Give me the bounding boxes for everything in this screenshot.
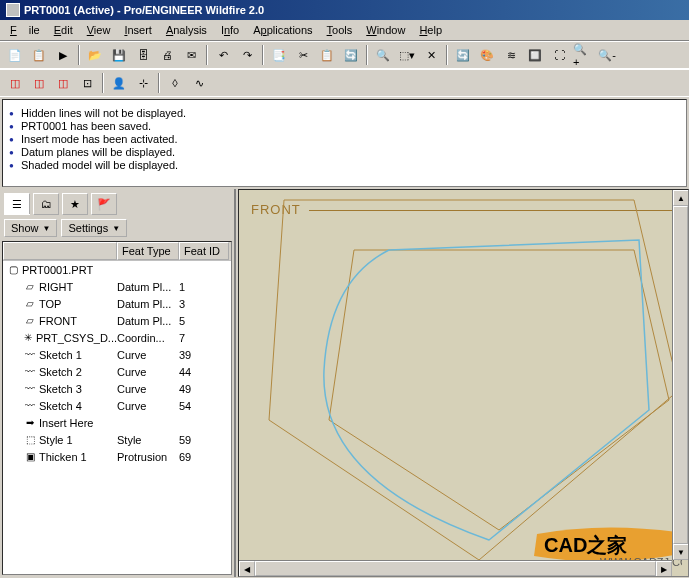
toolbar-main: 📄 📋 ▶ 📂 💾 🗄 🖨 ✉ ↶ ↷ 📑 ✂ 📋 🔄 🔍 ⬚▾ ✕ 🔄 🎨 ≋… [0, 41, 689, 69]
menu-window[interactable]: Window [360, 22, 411, 38]
scroll-thumb-v[interactable] [673, 206, 688, 544]
datum2-icon[interactable]: ◫ [28, 72, 50, 94]
tab-tree-icon[interactable]: ☰ [4, 193, 30, 215]
tab-layers-icon[interactable]: 🗂 [33, 193, 59, 215]
view-mgr-icon[interactable]: 🔲 [524, 44, 546, 66]
datum4-icon[interactable]: ⊡ [76, 72, 98, 94]
layers-icon[interactable]: ≋ [500, 44, 522, 66]
separator [446, 45, 448, 65]
zoom-out-icon[interactable]: 🔍- [596, 44, 618, 66]
tree-header: Feat Type Feat ID [3, 242, 231, 261]
feature-name: Thicken 1 [39, 451, 87, 463]
model-tree[interactable]: Feat Type Feat ID ▢PRT0001.PRT ▱RIGHTDat… [2, 241, 232, 575]
scroll-left-icon[interactable]: ◀ [239, 561, 255, 577]
show-button[interactable]: Show [4, 219, 57, 237]
tree-row[interactable]: 〰Sketch 1Curve39 [3, 346, 231, 363]
copy-icon[interactable]: 📑 [268, 44, 290, 66]
feature-type: Coordin... [117, 332, 179, 344]
settings-button[interactable]: Settings [61, 219, 127, 237]
feature-type: Curve [117, 400, 179, 412]
tree-row[interactable]: ▱RIGHTDatum Pl...1 [3, 278, 231, 295]
feature-icon: 〰 [24, 400, 36, 412]
tree-root[interactable]: ▢PRT0001.PRT [3, 261, 231, 278]
scroll-thumb-h[interactable] [255, 561, 656, 576]
menu-analysis[interactable]: Analysis [160, 22, 213, 38]
titlebar: PRT0001 (Active) - Pro/ENGINEER Wildfire… [0, 0, 689, 20]
menu-file[interactable]: File [4, 22, 46, 38]
svg-marker-1 [329, 250, 669, 530]
toolbar-secondary: ◫ ◫ ◫ ⊡ 👤 ⊹ ◊ ∿ [0, 69, 689, 97]
tree-row[interactable]: ▣Thicken 1Protrusion69 [3, 448, 231, 465]
play-icon[interactable]: ▶ [52, 44, 74, 66]
menu-edit[interactable]: Edit [48, 22, 79, 38]
scroll-right-icon[interactable]: ▶ [656, 561, 672, 577]
menu-insert[interactable]: Insert [118, 22, 158, 38]
save-copy-icon[interactable]: 🗄 [132, 44, 154, 66]
redo-icon[interactable]: ↷ [236, 44, 258, 66]
tree-row[interactable]: 〰Sketch 2Curve44 [3, 363, 231, 380]
cut-icon[interactable]: ✂ [292, 44, 314, 66]
separator [158, 73, 160, 93]
header-type[interactable]: Feat Type [117, 242, 179, 260]
header-id[interactable]: Feat ID [179, 242, 229, 260]
plane-icon[interactable]: ◊ [164, 72, 186, 94]
tree-row[interactable]: ✳PRT_CSYS_D...Coordin...7 [3, 329, 231, 346]
tree-row[interactable]: ▱TOPDatum Pl...3 [3, 295, 231, 312]
menu-applications[interactable]: Applications [247, 22, 318, 38]
feature-icon: 〰 [24, 366, 36, 378]
feature-name: RIGHT [39, 281, 73, 293]
menu-view[interactable]: View [81, 22, 117, 38]
refit-icon[interactable]: ⛶ [548, 44, 570, 66]
scroll-down-icon[interactable]: ▼ [673, 544, 689, 560]
feature-id: 54 [179, 400, 229, 412]
message-area: Hidden lines will not be displayed.PRT00… [2, 99, 687, 187]
csys-icon[interactable]: ⊹ [132, 72, 154, 94]
menubar: File Edit View Insert Analysis Info Appl… [0, 20, 689, 41]
tree-tabs: ☰ 🗂 ★ 🚩 [0, 189, 234, 215]
feature-name: Style 1 [39, 434, 73, 446]
print-icon[interactable]: 🖨 [156, 44, 178, 66]
tab-flag-icon[interactable]: 🚩 [91, 193, 117, 215]
feature-type: Curve [117, 349, 179, 361]
repaint-icon[interactable]: 🎨 [476, 44, 498, 66]
graphics-area[interactable]: FRONT CAD之家 WWW.CADZJ.COM ◀ ▶ ▲ ▼ [238, 189, 689, 577]
save-icon[interactable]: 💾 [108, 44, 130, 66]
root-label: PRT0001.PRT [22, 264, 93, 276]
tree-row[interactable]: ➡Insert Here [3, 414, 231, 431]
feature-icon: ➡ [24, 417, 36, 429]
header-name[interactable] [3, 242, 117, 260]
feature-name: Sketch 3 [39, 383, 82, 395]
undo-icon[interactable]: ↶ [212, 44, 234, 66]
menu-help[interactable]: Help [413, 22, 448, 38]
menu-info[interactable]: Info [215, 22, 245, 38]
tree-row[interactable]: ⬚Style 1Style59 [3, 431, 231, 448]
tab-star-icon[interactable]: ★ [62, 193, 88, 215]
mail-icon[interactable]: ✉ [180, 44, 202, 66]
open-folder-icon[interactable]: 📂 [84, 44, 106, 66]
separator [206, 45, 208, 65]
scroll-up-icon[interactable]: ▲ [673, 190, 689, 206]
spin-icon[interactable]: 🔄 [452, 44, 474, 66]
feature-name: Sketch 1 [39, 349, 82, 361]
separator [102, 73, 104, 93]
tree-row[interactable]: ▱FRONTDatum Pl...5 [3, 312, 231, 329]
clear-icon[interactable]: ✕ [420, 44, 442, 66]
paste-icon[interactable]: 📋 [316, 44, 338, 66]
scrollbar-vertical[interactable]: ▲ ▼ [672, 190, 688, 560]
feature-id: 7 [179, 332, 229, 344]
open-doc-icon[interactable]: 📋 [28, 44, 50, 66]
find-icon[interactable]: 🔍 [372, 44, 394, 66]
select-icon[interactable]: ⬚▾ [396, 44, 418, 66]
tree-row[interactable]: 〰Sketch 3Curve49 [3, 380, 231, 397]
feature-name: Sketch 2 [39, 366, 82, 378]
axis-icon[interactable]: 👤 [108, 72, 130, 94]
scrollbar-horizontal[interactable]: ◀ ▶ [239, 560, 672, 576]
zoom-in-icon[interactable]: 🔍+ [572, 44, 594, 66]
point-icon[interactable]: ∿ [188, 72, 210, 94]
datum3-icon[interactable]: ◫ [52, 72, 74, 94]
regen-icon[interactable]: 🔄 [340, 44, 362, 66]
menu-tools[interactable]: Tools [321, 22, 359, 38]
new-icon[interactable]: 📄 [4, 44, 26, 66]
tree-row[interactable]: 〰Sketch 4Curve54 [3, 397, 231, 414]
datum1-icon[interactable]: ◫ [4, 72, 26, 94]
